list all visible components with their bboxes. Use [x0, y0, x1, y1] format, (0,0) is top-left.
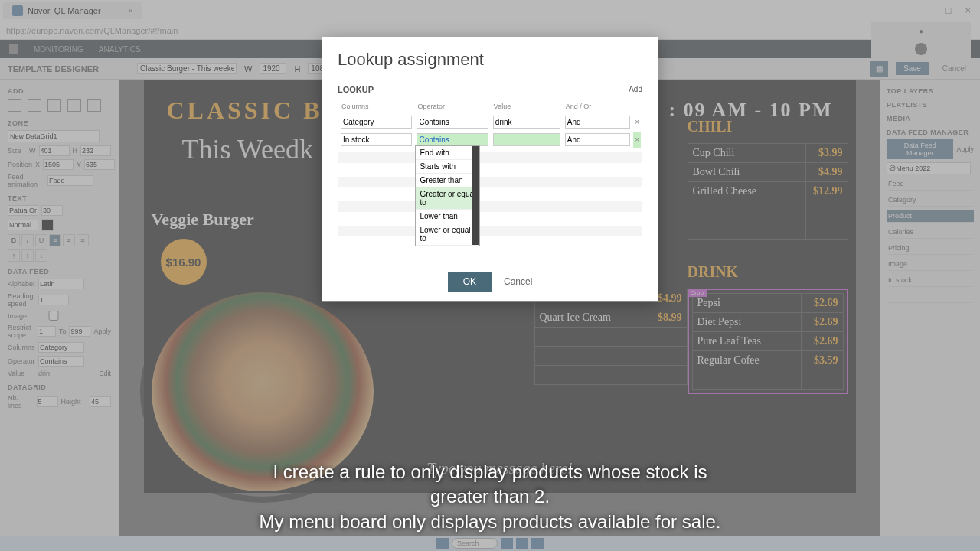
operator-dropdown: End with Starts with Greater than Greate…	[415, 145, 480, 246]
dd-startswith[interactable]: Starts with	[416, 160, 479, 174]
r1-op[interactable]	[416, 116, 488, 129]
r1-ao[interactable]	[565, 116, 630, 129]
dd-lower[interactable]: Lower than	[416, 210, 479, 223]
r1-val[interactable]	[493, 116, 560, 129]
th-cols: Columns	[339, 100, 413, 112]
th-ao: And / Or	[564, 100, 632, 112]
r2-ao[interactable]	[565, 133, 630, 146]
caption: I create a rule to only display products…	[245, 460, 735, 534]
r2-col[interactable]	[341, 133, 412, 146]
r1-col[interactable]	[341, 116, 412, 129]
modal-title: Lookup assignment	[322, 37, 658, 77]
empty-rows	[338, 152, 642, 249]
cancel-modal-button[interactable]: Cancel	[504, 272, 532, 292]
r2-val[interactable]	[493, 133, 560, 146]
r2-remove-icon[interactable]: ×	[633, 132, 641, 148]
dd-gte[interactable]: Greater or equal to	[416, 187, 479, 210]
dd-greater[interactable]: Greater than	[416, 174, 479, 187]
lookup-modal: Lookup assignment LOOKUPAdd ColumnsOpera…	[322, 37, 658, 302]
r2-op[interactable]	[416, 133, 488, 146]
add-link[interactable]: Add	[629, 85, 642, 94]
caption-l2: My menu board only displays products ava…	[245, 510, 735, 534]
dd-lte[interactable]: Lower or equal to	[416, 223, 479, 246]
th-op: Operator	[415, 100, 489, 112]
dd-endwith[interactable]: End with	[416, 146, 479, 160]
caption-l1: I create a rule to only display products…	[245, 460, 735, 510]
ok-button[interactable]: OK	[448, 272, 492, 292]
r1-remove-icon[interactable]: ×	[633, 114, 641, 130]
lookup-label: LOOKUP	[338, 85, 374, 94]
th-val: Value	[492, 100, 562, 112]
dd-scrollbar[interactable]	[472, 146, 479, 246]
